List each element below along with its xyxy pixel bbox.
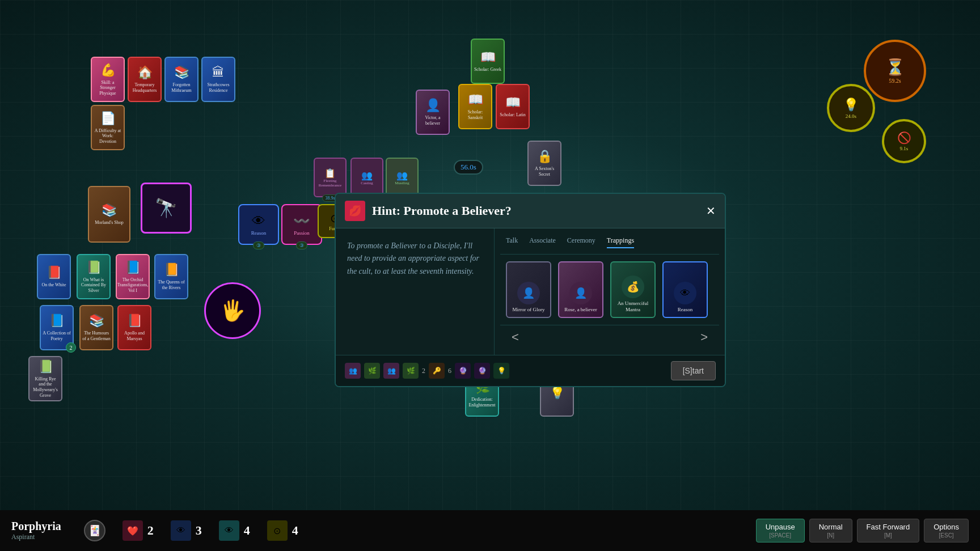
normal-label: Normal <box>819 523 843 531</box>
game-board: 💪 Skill: a Stronger Physique 🏠 Temporary… <box>0 0 980 510</box>
hint-title: Hint: Promote a Believer? <box>372 204 512 218</box>
options-button[interactable]: Options [ESC] <box>924 519 969 542</box>
hint-body-text: To promote a Believer to a Disciple, I'l… <box>347 240 483 278</box>
verb-passion-icon: 〰️ <box>293 213 310 229</box>
hint-card-mirror[interactable]: 👤 Mirror of Glory <box>506 261 551 318</box>
card-apollo[interactable]: 📕 Apollo and Marsyas <box>117 305 151 350</box>
tab-ceremony[interactable]: Ceremony <box>567 234 595 248</box>
tab-talk[interactable]: Talk <box>506 234 518 248</box>
timer-big-label: 59.2s <box>889 78 901 84</box>
verb-mustling[interactable]: 👥 Mustling <box>386 158 419 197</box>
card-humours[interactable]: 📚 The Humours of a Gentleman <box>79 305 113 350</box>
card-scholar-sanskrit[interactable]: 📖 Scholar: Sanskrit <box>458 84 492 129</box>
card-scholar-greek[interactable]: 📖 Scholar: Greek <box>471 39 505 84</box>
ff-label: Fast Forward <box>867 523 910 531</box>
card-sexton-secret[interactable]: 🔒 A Sexton's Secret <box>527 141 561 186</box>
collection-badge: 2 <box>66 342 76 353</box>
hint-card-rose[interactable]: 👤 Rose, a believer <box>558 261 603 318</box>
normal-button[interactable]: Normal [N] <box>809 519 852 542</box>
unpause-button[interactable]: Unpause [SPACE] <box>756 519 805 542</box>
tab-associate[interactable]: Associate <box>529 234 556 248</box>
card-killing-rye[interactable]: 📗 Killing Rye and the Mollyweary's Grove <box>28 356 62 401</box>
normal-shortcut: [N] <box>827 532 834 539</box>
hint-card-mantra[interactable]: 💰 An Unmerciful Mantra <box>610 261 656 318</box>
card-forgotten-m[interactable]: 📚 Forgotten Mithraeum <box>164 57 198 102</box>
verb-casting[interactable]: 👥 Casting <box>350 158 383 197</box>
stat-health: ❤️ 2 <box>122 520 154 541</box>
hint-tabs-area: Talk Associate Ceremony Trappings 👤 Mirr… <box>495 228 725 355</box>
hint-icon-followers: 👥 <box>345 363 361 379</box>
card-on-white[interactable]: 📕 On the White <box>37 254 71 299</box>
reason-value: 3 <box>196 523 202 538</box>
bottom-bar: Porphyria Aspirant 🃏 ❤️ 2 👁 3 👁 4 ⊙ 4 Un… <box>0 510 980 551</box>
hint-icon-arcane2: 🔮 <box>474 363 490 379</box>
start-button[interactable]: [S]tart <box>671 361 716 380</box>
tab-trappings[interactable]: Trappings <box>607 234 634 248</box>
verb-reason[interactable]: 👁 Reason ③ <box>238 204 279 245</box>
card-orchid[interactable]: 📘 The Orchid Transfigurations, Vol I <box>116 254 150 299</box>
card-skill[interactable]: 💪 Skill: a Stronger Physique <box>91 57 125 102</box>
options-label: Options <box>933 523 959 531</box>
hint-card-rose-label: Rose, a believer <box>564 307 597 313</box>
card-skill-label: Skill: a Stronger Physique <box>92 80 124 96</box>
player-name: Porphyria <box>11 520 61 533</box>
timer-56: 56.0s <box>454 160 483 175</box>
hint-cards-row: 👤 Mirror of Glory 👤 Rose, a believer <box>500 255 719 325</box>
deck-button[interactable]: 🃏 <box>84 520 105 541</box>
verb-passion[interactable]: 〰️ Passion ③ <box>281 204 322 245</box>
verb-mustling-label: Mustling <box>395 181 409 185</box>
funds-icon: ⊙ <box>267 520 288 541</box>
card-on-what-c[interactable]: 📗 On What is Contained By Silver <box>77 254 111 299</box>
card-temp-hq[interactable]: 🏠 Temporary Headquarters <box>128 57 162 102</box>
verb-hand[interactable]: 🖐 <box>204 282 261 339</box>
card-skill-icon: 💪 <box>100 63 116 78</box>
hint-card-reason-label: Reason <box>678 307 693 313</box>
hint-icon-arcane: 🔮 <box>455 363 471 379</box>
timer-small[interactable]: 🚫 9.1s <box>882 119 926 163</box>
fast-forward-button[interactable]: Fast Forward [M] <box>857 519 920 542</box>
hint-icon-nature2: 🌿 <box>403 363 419 379</box>
stat-funds: ⊙ 4 <box>267 520 298 541</box>
card-morlands[interactable]: 📚 Morland's Shop <box>88 186 130 243</box>
card-collection[interactable]: 📘 A Collection of Poetry 2 <box>40 305 74 350</box>
verb-fleeting[interactable]: 📋 Fleeting Remembrance 38.9s <box>314 158 347 197</box>
hint-card-reason[interactable]: 👁 Reason <box>662 261 708 318</box>
timer-mid-icon: 💡 <box>843 98 859 112</box>
unpause-label: Unpause <box>766 523 795 531</box>
hint-icon-nature: 🌿 <box>364 363 380 379</box>
card-queens-r[interactable]: 📙 The Queens of the Rivers <box>154 254 188 299</box>
hint-tabs: Talk Associate Ceremony Trappings <box>500 234 719 255</box>
options-shortcut: [ESC] <box>939 532 954 539</box>
hint-icon: 💋 <box>345 201 365 221</box>
verb-telescope[interactable]: 🔭 <box>141 183 192 234</box>
verb-fleeting-label: Fleeting Remembrance <box>315 179 345 188</box>
timer-mid-label: 24.0s <box>846 113 856 119</box>
hint-icon-lamp: 💡 <box>493 363 509 379</box>
timer-big[interactable]: ⏳ 59.2s <box>864 40 926 102</box>
timer-small-icon: 🚫 <box>897 131 911 145</box>
hint-count-2: 2 <box>422 367 425 375</box>
hint-prev-button[interactable]: < <box>512 330 519 345</box>
verb-casting-label: Casting <box>361 181 373 185</box>
verb-reason-icon: 👁 <box>252 213 265 229</box>
card-victor[interactable]: 👤 Victor, a believer <box>416 90 450 135</box>
card-strathcowes[interactable]: 🏛 Strathcowes Residence <box>201 57 235 102</box>
deck-icon: 🃏 <box>88 524 101 537</box>
hint-modal: 💋 Hint: Promote a Believer? ✕ To promote… <box>335 193 726 387</box>
stat-vision: 👁 4 <box>219 520 250 541</box>
card-scholar-latin[interactable]: 📖 Scholar: Latin <box>496 84 530 129</box>
timer-mid[interactable]: 💡 24.0s <box>827 84 875 132</box>
hint-bottom: 👥 🌿 👥 🌿 2 🔑 6 🔮 🔮 💡 [S]tart <box>336 355 725 386</box>
hint-next-button[interactable]: > <box>700 330 708 345</box>
hint-icon-key: 🔑 <box>429 363 445 379</box>
reason-stat-icon: 👁 <box>171 520 191 541</box>
vision-value: 4 <box>244 523 250 538</box>
verb-passion-label: Passion <box>294 230 310 236</box>
hint-close-button[interactable]: ✕ <box>706 204 716 218</box>
hint-icons-row: 👥 🌿 👥 🌿 2 🔑 6 🔮 🔮 💡 <box>345 363 509 379</box>
hint-nav: < > <box>500 325 719 349</box>
card-temp-hq-label: Temporary Headquarters <box>129 82 160 93</box>
card-difficulty[interactable]: 📄 A Difficulty at Work: Devotion <box>91 105 125 150</box>
vision-icon: 👁 <box>219 520 239 541</box>
timer-small-label: 9.1s <box>900 146 909 151</box>
